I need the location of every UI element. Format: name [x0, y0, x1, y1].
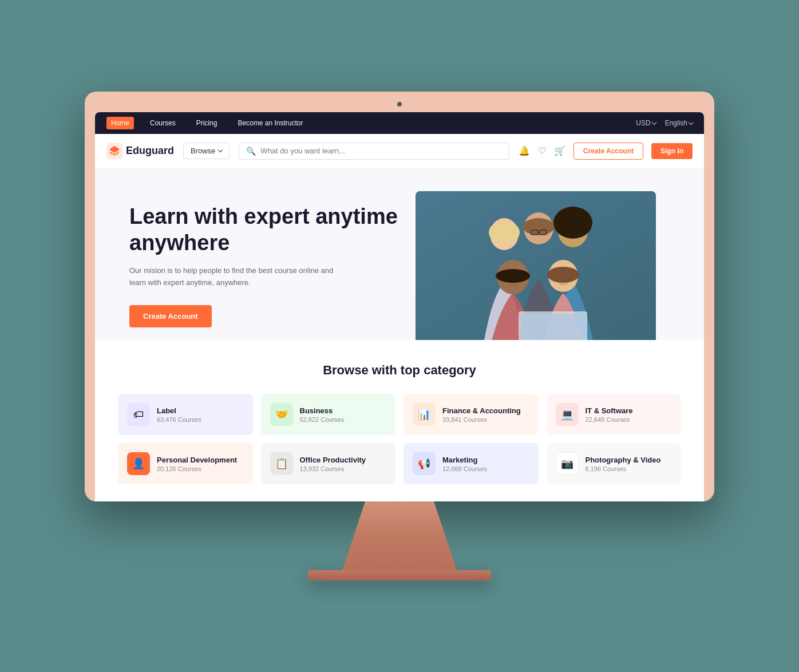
nav-item-courses[interactable]: Courses [145, 117, 180, 129]
svg-point-14 [547, 267, 579, 283]
category-count-it-software: 22,649 Courses [586, 416, 633, 423]
category-count-business: 52,822 Courses [300, 416, 345, 423]
category-info-marketing: Marketing12,068 Courses [442, 456, 487, 472]
category-card-finance[interactable]: 📊Finance & Accounting33,841 Courses [404, 394, 539, 435]
category-icon-finance: 📊 [413, 403, 436, 426]
cart-icon[interactable]: 🛒 [554, 145, 565, 156]
camera-dot [397, 102, 402, 106]
hero-content: Learn with expert anytime anywhere Our m… [129, 204, 416, 327]
language-chevron-icon [689, 120, 693, 124]
sign-in-button[interactable]: Sign In [651, 143, 693, 159]
category-card-business[interactable]: 🤝Business52,822 Courses [261, 394, 396, 435]
categories-section: Browse with top category 🏷Label63,476 Co… [95, 340, 704, 501]
categories-title: Browse with top category [118, 363, 681, 378]
currency-chevron-icon [651, 120, 656, 124]
create-account-button[interactable]: Create Account [573, 143, 643, 160]
category-icon-photography: 📷 [556, 452, 579, 475]
category-name-photography: Photography & Video [586, 456, 661, 464]
nav-item-become-instructor[interactable]: Become an Instructor [233, 117, 307, 129]
category-name-personal-dev: Personal Development [157, 456, 237, 464]
category-icon-it-software: 💻 [556, 403, 579, 426]
top-nav-right: USD English [636, 119, 693, 127]
nav-item-pricing[interactable]: Pricing [192, 117, 222, 129]
hero-description: Our mision is to help people to find the… [129, 265, 347, 289]
logo[interactable]: Eduguard [106, 143, 174, 159]
category-info-personal-dev: Personal Development20,126 Courses [157, 456, 237, 472]
svg-point-10 [553, 207, 592, 239]
browse-dropdown[interactable]: Browse [183, 143, 230, 159]
hero-people-svg [416, 191, 656, 340]
category-icon-personal-dev: 👤 [127, 452, 150, 475]
logo-text: Eduguard [126, 145, 174, 157]
search-icon: 🔍 [246, 147, 256, 156]
category-info-office-productivity: Office Productivity13,932 Courses [300, 456, 366, 472]
category-info-business: Business52,822 Courses [300, 406, 345, 423]
category-count-personal-dev: 20,126 Courses [157, 465, 237, 472]
category-name-label: Label [157, 406, 201, 415]
top-nav-bar: Home Courses Pricing Become an Instructo… [95, 112, 704, 134]
category-name-it-software: IT & Software [586, 406, 633, 415]
category-card-personal-dev[interactable]: 👤Personal Development20,126 Courses [118, 443, 253, 484]
category-icon-marketing: 📢 [413, 452, 436, 475]
monitor-wrapper: Home Courses Pricing Become an Instructo… [85, 92, 714, 580]
header-actions: 🔔 ♡ 🛒 Create Account Sign In [519, 143, 693, 160]
notification-icon[interactable]: 🔔 [519, 145, 530, 156]
hero-title: Learn with expert anytime anywhere [129, 204, 416, 256]
category-count-label: 63,476 Courses [157, 416, 201, 423]
hero-image [416, 191, 656, 340]
monitor-stand [342, 501, 457, 570]
category-card-label[interactable]: 🏷Label63,476 Courses [118, 394, 253, 435]
categories-grid: 🏷Label63,476 Courses🤝Business52,822 Cour… [118, 394, 681, 484]
hero-create-account-button[interactable]: Create Account [129, 305, 212, 327]
category-count-finance: 33,841 Courses [442, 416, 521, 423]
category-info-it-software: IT & Software22,649 Courses [586, 406, 633, 423]
category-count-office-productivity: 13,932 Courses [300, 465, 366, 472]
category-card-photography[interactable]: 📷Photography & Video6,196 Courses [547, 443, 682, 484]
search-bar: 🔍 [239, 143, 509, 160]
svg-point-3 [489, 221, 520, 244]
svg-rect-16 [521, 314, 585, 340]
category-card-marketing[interactable]: 📢Marketing12,068 Courses [404, 443, 539, 484]
category-card-it-software[interactable]: 💻IT & Software22,649 Courses [547, 394, 682, 435]
hero-section: Learn with expert anytime anywhere Our m… [95, 168, 704, 340]
monitor-body: Home Courses Pricing Become an Instructo… [85, 92, 714, 501]
category-name-business: Business [300, 406, 345, 415]
category-count-photography: 6,196 Courses [586, 465, 661, 472]
category-name-finance: Finance & Accounting [442, 406, 521, 415]
monitor-screen: Home Courses Pricing Become an Instructo… [95, 112, 704, 501]
wishlist-icon[interactable]: ♡ [538, 145, 546, 156]
category-name-marketing: Marketing [442, 456, 487, 464]
header: Eduguard Browse 🔍 🔔 ♡ 🛒 Create Account S… [95, 134, 704, 168]
category-info-label: Label63,476 Courses [157, 406, 201, 423]
category-info-finance: Finance & Accounting33,841 Courses [442, 406, 521, 423]
top-nav-left: Home Courses Pricing Become an Instructo… [106, 117, 307, 129]
category-icon-office-productivity: 📋 [270, 452, 293, 475]
currency-selector[interactable]: USD [636, 119, 655, 127]
language-selector[interactable]: English [665, 119, 693, 127]
category-info-photography: Photography & Video6,196 Courses [586, 456, 661, 472]
category-icon-label: 🏷 [127, 403, 150, 426]
category-card-office-productivity[interactable]: 📋Office Productivity13,932 Courses [261, 443, 396, 484]
monitor-base [308, 570, 491, 580]
category-icon-business: 🤝 [270, 403, 293, 426]
nav-item-home[interactable]: Home [106, 117, 134, 129]
logo-icon [106, 143, 122, 159]
category-count-marketing: 12,068 Courses [442, 465, 487, 472]
category-name-office-productivity: Office Productivity [300, 456, 366, 464]
svg-point-12 [496, 269, 530, 283]
search-input[interactable] [260, 147, 501, 155]
browse-chevron-icon [218, 148, 223, 152]
